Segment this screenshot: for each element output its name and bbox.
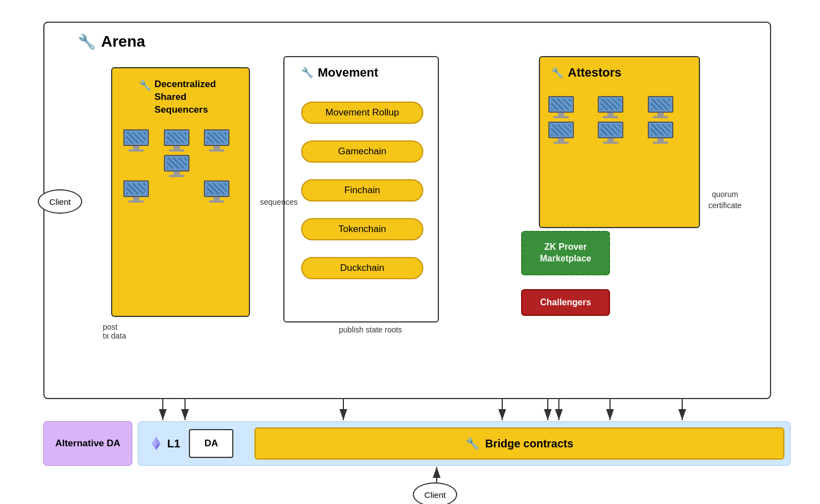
sequencers-box: 🔧 DecentralizedSharedSequencers bbox=[111, 67, 250, 317]
alt-da-label: Alternative DA bbox=[55, 437, 120, 450]
chain-finchain: Finchain bbox=[301, 179, 423, 201]
att-monitor-1 bbox=[548, 96, 574, 117]
client-left: Client bbox=[38, 189, 82, 214]
monitor-1 bbox=[123, 129, 149, 150]
publish-state-label: publish state roots bbox=[339, 325, 402, 334]
monitor-5 bbox=[123, 180, 149, 201]
att-monitor-3 bbox=[648, 96, 673, 117]
l1-band: L1 DA 🔧 Bridge contracts bbox=[138, 421, 791, 466]
att-monitor-2 bbox=[598, 96, 623, 117]
movement-box: 🔧 Movement Movement Rollup Gamechain Fin… bbox=[283, 56, 439, 322]
alt-da-box: Alternative DA bbox=[43, 421, 132, 466]
arena-title: Arena bbox=[101, 33, 145, 51]
challengers-label: Challengers bbox=[540, 298, 591, 308]
da-box: DA bbox=[189, 429, 233, 458]
attestors-label: 🔧 Attestors bbox=[551, 65, 622, 80]
attestors-box: 🔧 Attestors bbox=[539, 56, 700, 228]
zk-label: ZK Prover Marketplace bbox=[540, 241, 592, 265]
chain-tokenchain: Tokenchain bbox=[301, 218, 423, 240]
seq-title: DecentralizedSharedSequencers bbox=[154, 78, 216, 117]
sequencers-label: 🔧 DecentralizedSharedSequencers bbox=[139, 78, 216, 117]
zk-prover-box: ZK Prover Marketplace bbox=[521, 231, 610, 275]
chain-duckchain: Duckchain bbox=[301, 257, 423, 279]
arena-label: 🔧 Arena bbox=[78, 33, 145, 51]
arena-box: 🔧 Arena 🔧 DecentralizedSharedSequencers bbox=[43, 22, 771, 399]
movement-title: Movement bbox=[318, 65, 378, 80]
monitor-4 bbox=[164, 155, 189, 176]
mov-logo: 🔧 bbox=[301, 67, 313, 79]
att-monitor-4 bbox=[548, 122, 574, 143]
diagram-wrapper: 🔧 Arena 🔧 DecentralizedSharedSequencers bbox=[27, 16, 793, 488]
att-logo: 🔧 bbox=[551, 67, 563, 79]
chain-gamechain: Gamechain bbox=[301, 140, 423, 163]
att-monitor-5 bbox=[598, 122, 623, 143]
client-bottom: Client bbox=[413, 482, 457, 504]
att-monitors bbox=[548, 96, 693, 143]
arena-logo: 🔧 bbox=[78, 33, 96, 51]
monitor-6 bbox=[204, 180, 229, 201]
challengers-box: Challengers bbox=[521, 289, 610, 316]
monitor-2 bbox=[164, 129, 189, 150]
l1-section: L1 DA bbox=[138, 429, 254, 458]
chain-movement-rollup: Movement Rollup bbox=[301, 102, 423, 124]
monitor-3 bbox=[204, 129, 229, 150]
sequences-label: sequences bbox=[260, 198, 298, 206]
bridge-label: Bridge contracts bbox=[485, 437, 573, 450]
eth-icon bbox=[148, 436, 164, 451]
quorum-cert-label: quorumcertificate bbox=[708, 189, 742, 211]
bridge-logo: 🔧 bbox=[466, 437, 479, 450]
post-tx-label: posttx data bbox=[103, 322, 126, 340]
seq-logo: 🔧 bbox=[139, 79, 151, 92]
att-monitor-6 bbox=[648, 122, 673, 143]
movement-label: 🔧 Movement bbox=[301, 65, 378, 80]
seq-monitors bbox=[123, 129, 240, 201]
l1-label: L1 bbox=[148, 436, 180, 451]
bridge-contracts-box: 🔧 Bridge contracts bbox=[254, 427, 784, 460]
attestors-title: Attestors bbox=[568, 65, 622, 80]
